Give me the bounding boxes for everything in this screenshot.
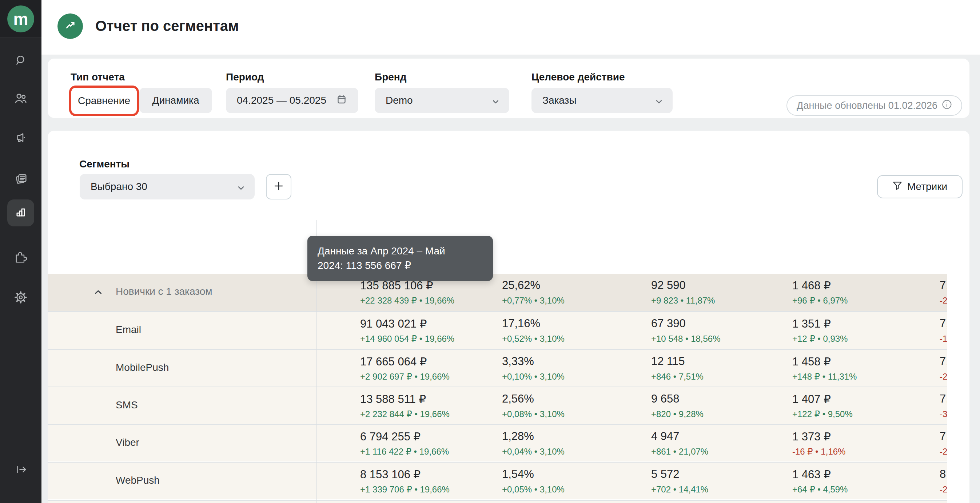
filter-bar: Тип отчета Сравнение Динамика Период 04.… [48, 59, 969, 118]
data-updated-text: Данные обновлены 01.02.2026 [797, 100, 937, 111]
plus-icon [273, 180, 285, 193]
brand-select[interactable]: Demo [375, 88, 509, 113]
cell-value: 91 043 021 ₽ [360, 317, 427, 331]
cell-value: 1 463 ₽ [792, 468, 831, 481]
chevron-down-icon [493, 95, 498, 106]
segment-name: MobilePush [116, 362, 169, 374]
segment-name: WebPush [116, 474, 160, 486]
sidebar-item-search[interactable] [0, 48, 41, 75]
search-icon [14, 54, 27, 69]
cell-value: 1,54% [502, 468, 534, 481]
brand-label: Бренд [375, 71, 407, 83]
collapse-chevron-icon[interactable] [95, 289, 102, 295]
target-action-select[interactable]: Заказы [531, 88, 673, 113]
period-value: 04.2025 — 05.2025 [237, 95, 326, 106]
cell-value: 1 458 ₽ [792, 355, 831, 368]
period-input[interactable]: 04.2025 — 05.2025 [226, 88, 358, 113]
sidebar-item-integrations[interactable] [0, 243, 41, 270]
cell-value: 2,56% [502, 392, 534, 406]
cell-delta: +22 328 439 ₽ • 19,66% [360, 295, 454, 306]
segment-report-page: m Отче [0, 0, 980, 503]
cell-value: 1 407 ₽ [792, 392, 831, 406]
report-type-label: Тип отчета [71, 71, 125, 83]
cell-delta: +2 232 844 ₽ • 19,66% [360, 409, 450, 419]
info-icon [942, 99, 952, 112]
cell-delta: +148 ₽ • 11,31% [792, 372, 857, 382]
cell-delta: -2 [940, 484, 947, 495]
segments-title: Сегменты [79, 158, 129, 170]
segments-panel: Сегменты Выбрано 30 Метрики Сегмент Выру… [48, 131, 969, 503]
cell-value: 1,28% [502, 430, 534, 443]
report-type-option-dynamics[interactable]: Динамика [139, 88, 212, 113]
cell-value: 1 468 ₽ [792, 279, 831, 292]
sidebar-item-content[interactable] [0, 166, 41, 193]
add-segment-button[interactable] [266, 174, 291, 200]
table-right-gutter [947, 220, 969, 503]
segment-name: Email [116, 324, 141, 335]
table-row[interactable]: Новички с 1 заказом 135 885 106 ₽+22 328… [48, 274, 969, 311]
sidebar-item-settings[interactable] [0, 284, 41, 311]
cell-delta: +0,05% • 3,10% [502, 484, 565, 495]
cell-delta: +64 ₽ • 4,59% [792, 484, 848, 495]
cell-delta: +0,04% • 3,10% [502, 447, 565, 457]
puzzle-icon [14, 249, 28, 265]
bar-chart-icon [14, 205, 28, 220]
cell-delta: -2 [940, 295, 947, 306]
report-type-option-comparison[interactable]: Сравнение [72, 88, 136, 113]
chevron-down-icon [656, 95, 662, 106]
cell-value: 67 390 [651, 317, 686, 330]
data-updated-badge[interactable]: Данные обновлены 01.02.2026 [786, 95, 962, 116]
gear-icon [14, 291, 28, 306]
metrics-button[interactable]: Метрики [877, 175, 963, 198]
topbar: Отчет по сегментам [41, 0, 980, 54]
report-type-icon-badge [57, 13, 83, 39]
megaphone-icon [14, 131, 28, 146]
cell-delta: +0,77% • 3,10% [502, 295, 565, 306]
cell-value: 92 590 [651, 279, 686, 292]
logo-letter: m [13, 9, 29, 29]
mindbox-logo[interactable]: m [7, 5, 34, 32]
brand-value: Demo [386, 95, 413, 106]
cell-delta: +846 • 7,51% [651, 372, 703, 382]
metrics-button-label: Метрики [907, 181, 947, 193]
sidebar-item-help[interactable] [0, 496, 41, 503]
cell-value: 17,16% [502, 317, 540, 330]
target-action-value: Заказы [542, 95, 577, 106]
table-row[interactable]: MobilePush 17 665 064 ₽+2 902 697 ₽ • 19… [48, 349, 969, 386]
cell-delta: +1 339 706 ₽ • 19,66% [360, 484, 450, 495]
cell-delta: +0,52% • 3,10% [502, 334, 565, 344]
table-row[interactable]: SMS 13 588 511 ₽+2 232 844 ₽ • 19,66% 2,… [48, 386, 969, 424]
sidebar-item-campaigns[interactable] [0, 125, 41, 152]
circle-icon [11, 499, 30, 503]
cell-delta: +820 • 9,28% [651, 409, 703, 419]
sidebar-item-logout[interactable] [0, 457, 41, 484]
period-label: Период [226, 71, 264, 83]
table-row[interactable]: Viber 6 794 255 ₽+1 116 422 ₽ • 19,66% 1… [48, 424, 969, 461]
cards-stack-icon [14, 172, 28, 187]
cell-value: 4 947 [651, 430, 679, 443]
cell-value: 5 572 [651, 468, 679, 481]
segment-name: SMS [116, 399, 138, 411]
cell-delta: +12 ₽ • 0,93% [792, 334, 848, 344]
cell-delta: +14 960 054 ₽ • 19,66% [360, 334, 454, 344]
sidebar-item-customers[interactable] [0, 86, 41, 113]
tooltip-line2: 2024: 113 556 667 ₽ [318, 259, 483, 273]
table-row[interactable]: Email 91 043 021 ₽+14 960 054 ₽ • 19,66%… [48, 311, 969, 349]
segments-select[interactable]: Выбрано 30 [80, 174, 255, 200]
cell-value: 8 [940, 468, 946, 481]
cell-value: 1 373 ₽ [792, 430, 831, 443]
page-title: Отчет по сегментам [95, 18, 239, 34]
calendar-icon [336, 94, 347, 108]
sidebar: m [0, 0, 41, 503]
cell-value: 12 115 [651, 355, 685, 368]
option-label: Динамика [153, 95, 199, 106]
chevron-down-icon [238, 181, 244, 193]
cell-value: 25,62% [502, 279, 540, 292]
cell-delta: -16 ₽ • 1,16% [792, 447, 845, 457]
cell-value: 9 658 [651, 392, 679, 406]
cell-delta: +96 ₽ • 6,97% [792, 295, 848, 306]
cell-delta: +2 902 697 ₽ • 19,66% [360, 372, 450, 382]
table-row[interactable]: WebPush 8 153 106 ₽+1 339 706 ₽ • 19,66%… [48, 462, 969, 499]
cell-delta: +0,10% • 3,10% [502, 372, 565, 382]
sidebar-item-reports[interactable] [0, 200, 41, 227]
